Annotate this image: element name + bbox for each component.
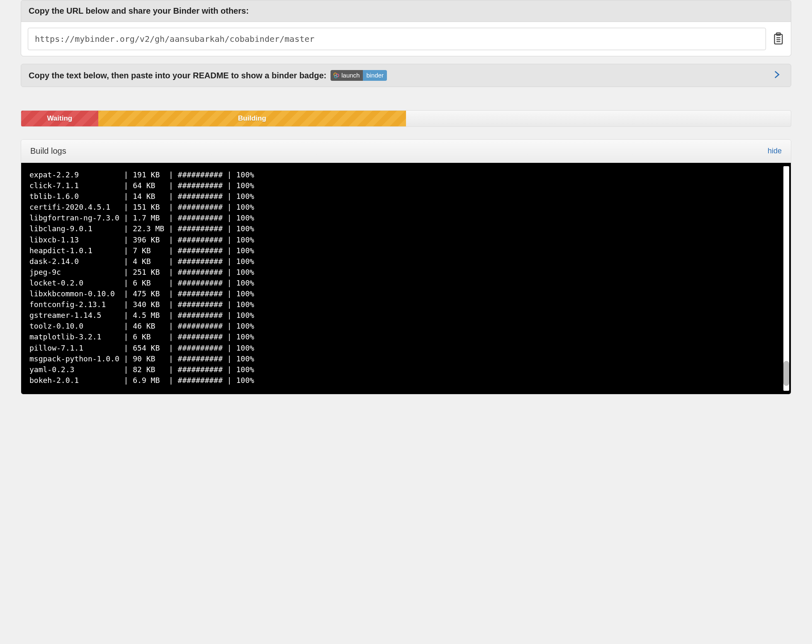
build-logs-panel: Build logs hide expat-2.2.9 | 191 KB | #…: [21, 139, 791, 395]
badge-launch-segment: launch: [331, 70, 363, 81]
log-scrollbar-thumb[interactable]: [783, 361, 789, 386]
progress-segment-building: Building: [98, 111, 406, 126]
badge-binder-label: binder: [363, 70, 387, 81]
share-url-heading: Copy the URL below and share your Binder…: [21, 0, 791, 22]
share-url-panel: Copy the URL below and share your Binder…: [21, 0, 791, 56]
readme-badge-panel: Copy the text below, then paste into you…: [21, 64, 791, 87]
copy-clipboard-icon[interactable]: [773, 32, 784, 46]
build-logs-title: Build logs: [30, 146, 66, 156]
share-url-input[interactable]: [28, 28, 766, 50]
build-logs-body: expat-2.2.9 | 191 KB | ########## | 100%…: [21, 163, 791, 394]
expand-badge-icon[interactable]: [771, 69, 783, 82]
build-progress-bar: Waiting Building: [21, 110, 791, 127]
log-terminal[interactable]: expat-2.2.9 | 191 KB | ########## | 100%…: [29, 169, 783, 386]
progress-segment-waiting: Waiting: [21, 111, 98, 126]
hide-logs-link[interactable]: hide: [768, 147, 782, 155]
badge-launch-label: launch: [341, 70, 360, 81]
binder-badge[interactable]: launch binder: [331, 70, 387, 81]
readme-instruction-text: Copy the text below, then paste into you…: [29, 71, 326, 80]
binder-logo-icon: [333, 72, 340, 79]
log-scrollbar-track[interactable]: [783, 166, 789, 391]
